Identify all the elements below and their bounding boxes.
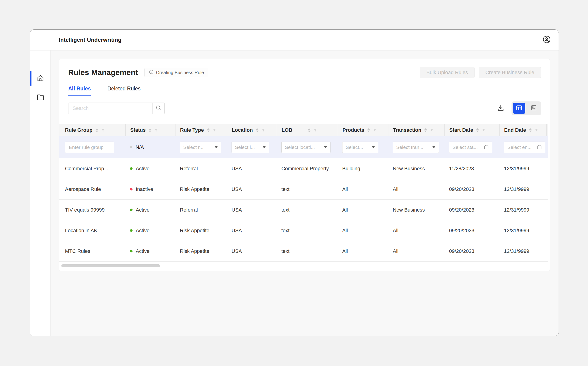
chevron-down-icon [372, 146, 375, 148]
chevron-down-icon [263, 146, 266, 148]
table-row[interactable]: TIV equals 99999 Active Referral USA tex… [59, 200, 548, 220]
cell-products: All [338, 228, 388, 234]
table-row[interactable]: Commercial Prop ... Active Referral USA … [59, 158, 548, 179]
cell-rule-group: MTC Rules [59, 248, 125, 254]
tab-bar: All Rules Deleted Rules [59, 86, 550, 96]
chevron-down-icon [324, 146, 327, 148]
sort-icon[interactable] [367, 128, 370, 132]
filter-icon[interactable] [314, 129, 317, 132]
cell-start-date: 09/20/2023 [444, 228, 499, 234]
filter-icon[interactable] [101, 129, 105, 132]
rule-group-filter-input[interactable] [65, 142, 114, 153]
tab-deleted-rules[interactable]: Deleted Rules [107, 86, 140, 96]
column-header-rule-group[interactable]: Rule Group [59, 124, 125, 136]
cell-rule-group: Aerospace Rule [59, 186, 125, 192]
user-account-button[interactable] [541, 35, 552, 45]
search-button[interactable] [153, 103, 165, 114]
sort-icon[interactable] [207, 128, 210, 132]
rules-management-card: Rules Management Creating Business Rule [59, 59, 550, 271]
cell-end-date: 12/31/9999 [499, 166, 546, 172]
table-toolbar [59, 96, 550, 124]
cell-lob: text [277, 228, 338, 234]
sort-icon[interactable] [95, 128, 98, 132]
chevron-down-icon [432, 146, 435, 148]
filter-icon[interactable] [373, 129, 376, 132]
transaction-filter-select[interactable]: Select tran... [393, 142, 439, 153]
table-view-toggle[interactable] [513, 103, 525, 114]
content-area: Rules Management Creating Business Rule [51, 51, 559, 336]
cell-transaction: New Business [388, 166, 444, 172]
filter-icon[interactable] [262, 129, 265, 132]
horizontal-scrollbar-thumb[interactable] [61, 264, 160, 267]
cell-transaction: All [388, 248, 444, 254]
cell-rule-type: Referral [175, 166, 227, 172]
filter-icon[interactable] [535, 129, 538, 132]
cell-end-date: 12/31/9999 [499, 228, 546, 234]
cell-location: USA [227, 166, 277, 172]
filter-icon[interactable] [482, 129, 485, 132]
card-view-toggle[interactable] [528, 103, 540, 114]
cell-status: Active [125, 166, 175, 172]
bulk-upload-rules-button[interactable]: Bulk Upload Rules [420, 67, 475, 78]
cell-transaction: All [388, 228, 444, 234]
search-input[interactable] [69, 103, 153, 114]
cell-lob: text [277, 248, 338, 254]
cell-start-date: 11/28/2023 [444, 166, 499, 172]
column-header-lob[interactable]: LOB [277, 124, 338, 136]
column-header-start-date[interactable]: Start Date [444, 124, 499, 136]
cell-status: Inactive [125, 186, 175, 192]
sort-icon[interactable] [256, 128, 259, 132]
search-box [68, 103, 165, 114]
lob-filter-select[interactable]: Select locati... [281, 142, 330, 153]
end-date-filter[interactable]: Select en... [504, 142, 545, 153]
create-business-rule-button[interactable]: Create Business Rule [479, 67, 541, 78]
app-window: Intelligent Underwriting [30, 29, 559, 336]
filter-icon[interactable] [213, 129, 216, 132]
sort-icon[interactable] [529, 128, 532, 132]
column-header-location[interactable]: Location [227, 124, 277, 136]
cell-rule-group: TIV equals 99999 [59, 207, 125, 213]
creating-rule-status-chip[interactable]: Creating Business Rule [144, 68, 208, 77]
cell-rule-type: Referral [175, 207, 227, 213]
tab-all-rules[interactable]: All Rules [68, 86, 91, 96]
table-row[interactable]: Location in AK Active Risk Appetite USA … [59, 220, 548, 241]
top-bar: Intelligent Underwriting [30, 30, 559, 51]
home-icon [36, 74, 45, 83]
filter-icon[interactable] [430, 129, 433, 132]
location-filter-select[interactable]: Select l... [232, 142, 269, 153]
column-header-rule-type[interactable]: Rule Type [175, 124, 227, 136]
table-row[interactable]: MTC Rules Active Risk Appetite USA text … [59, 241, 548, 262]
download-button[interactable] [497, 104, 505, 113]
sidebar-item-home[interactable] [30, 74, 51, 83]
sort-icon[interactable] [308, 128, 311, 132]
cell-rule-group: Commercial Prop ... [59, 166, 125, 172]
cell-location: USA [227, 228, 277, 234]
column-header-end-date[interactable]: End Date [499, 124, 546, 136]
cell-products: All [338, 248, 388, 254]
column-header-overflow [546, 124, 548, 136]
search-icon [156, 105, 162, 112]
cell-products: Building [338, 166, 388, 172]
products-filter-select[interactable]: Select... [342, 142, 378, 153]
cell-transaction: New Business [388, 207, 444, 213]
download-icon [497, 104, 505, 113]
horizontal-scrollbar-track [59, 262, 548, 270]
card-view-icon [530, 104, 537, 112]
filter-icon[interactable] [154, 129, 158, 132]
table-row[interactable]: Aerospace Rule Inactive Risk Appetite US… [59, 179, 548, 200]
cell-status: Active [125, 228, 175, 234]
cell-products: All [338, 186, 388, 192]
rules-table: Rule Group Status Rule Type Locatio [59, 124, 548, 270]
sort-icon[interactable] [149, 128, 151, 132]
sidebar-item-folders[interactable] [30, 93, 51, 102]
column-header-products[interactable]: Products [338, 124, 388, 136]
na-status-dot [130, 146, 132, 148]
column-header-status[interactable]: Status [125, 124, 175, 136]
cell-lob: Commercial Property [277, 166, 338, 172]
start-date-filter[interactable]: Select sta... [449, 142, 492, 153]
sort-icon[interactable] [476, 128, 479, 132]
rule-type-filter-select[interactable]: Select r... [180, 142, 221, 153]
status-dot [130, 229, 133, 232]
sort-icon[interactable] [424, 128, 427, 132]
column-header-transaction[interactable]: Transaction [388, 124, 444, 136]
